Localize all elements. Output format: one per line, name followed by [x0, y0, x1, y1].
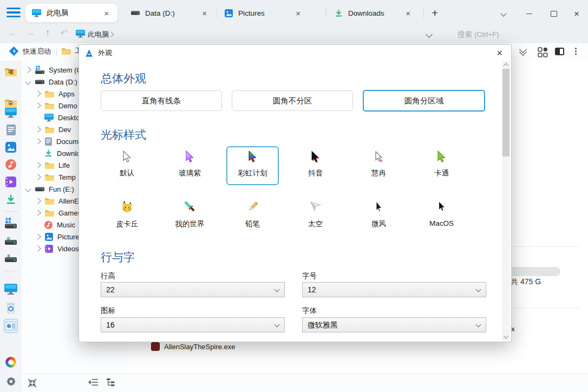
scroll-up-icon[interactable]	[504, 63, 509, 69]
new-tab-button[interactable]: +	[432, 6, 438, 19]
folder-icon	[45, 173, 54, 181]
tab-label: Data (D:)	[145, 9, 175, 17]
rail-drive-d-button[interactable]: D	[4, 234, 17, 247]
chevron-right-icon[interactable]	[35, 102, 41, 108]
rail-divider	[4, 271, 18, 271]
cursor-option-rainbow[interactable]: 彩虹计划	[226, 146, 279, 185]
cursor-option-glass-purple[interactable]: 玻璃紫	[164, 147, 216, 186]
file-row[interactable]: AllenSlayTheSpire.exe	[151, 342, 236, 351]
cursor-option-pikachu[interactable]: 皮卡丘	[101, 199, 153, 229]
cursor-option-pencil[interactable]: 铅笔	[226, 199, 279, 229]
tab-close-icon[interactable]: ×	[293, 8, 303, 18]
breadcrumb-chevron-icon[interactable]	[109, 32, 114, 37]
window-chevron-button[interactable]	[495, 8, 512, 19]
up-icon[interactable]: ↑	[41, 28, 54, 38]
chevron-right-icon[interactable]	[35, 233, 41, 239]
tab-downloads[interactable]: Downloads ×	[328, 3, 419, 23]
outdent-list-icon[interactable]	[88, 378, 99, 387]
window-minimize-button[interactable]	[521, 8, 537, 19]
cursor-option-tiktok[interactable]: 抖音	[289, 147, 342, 186]
style-button-rounded-zones[interactable]: 圆角分区域	[363, 90, 485, 112]
cursor-option-minecraft[interactable]: 我的世界	[164, 199, 216, 229]
double-chevron-down-icon[interactable]	[520, 47, 526, 55]
chevron-down-icon[interactable]	[25, 186, 31, 192]
tab-pictures[interactable]: Pictures ×	[218, 3, 309, 23]
dialog-close-button[interactable]: ×	[494, 48, 505, 59]
quick-launch-button[interactable]: 快速启动	[9, 46, 51, 56]
chevron-right-icon[interactable]	[35, 210, 41, 215]
appearance-dialog: 外观 × 总体外观 直角有线条 圆角不分区 圆角分区域 光标样式 默认 玻璃紫 …	[79, 44, 512, 342]
scrollbar-thumb[interactable]	[502, 69, 509, 156]
rail-theme-color-button[interactable]	[4, 356, 17, 369]
rail-downloads-button[interactable]	[4, 193, 17, 206]
rail-settings-button[interactable]	[4, 375, 17, 388]
downloads-icon	[44, 149, 53, 157]
tab-separator	[216, 9, 217, 18]
rail-control-panel-button[interactable]	[4, 319, 17, 332]
downloads-icon	[5, 194, 16, 205]
folder-icon	[62, 47, 71, 55]
scroll-down-icon[interactable]	[504, 334, 509, 339]
breeze-cursor-icon	[372, 200, 386, 214]
computer-icon	[76, 30, 85, 38]
rail-drive-e-button[interactable]: E	[4, 251, 17, 264]
cursor-option-cartoon[interactable]: 卡通	[415, 147, 468, 186]
rail-music-button[interactable]	[4, 158, 17, 171]
rail-videos-button[interactable]	[4, 175, 17, 188]
rail-system-drive-button[interactable]	[4, 217, 17, 230]
chevron-right-icon[interactable]	[35, 138, 41, 144]
control-panel-icon	[5, 322, 16, 330]
tab-close-icon[interactable]: ×	[102, 8, 111, 18]
cursor-option-space[interactable]: 太空	[289, 199, 342, 229]
layout-panel-icon[interactable]	[555, 48, 564, 55]
cursor-option-breeze[interactable]: 微风	[352, 199, 405, 229]
chevron-down-icon[interactable]	[25, 79, 31, 84]
cursor-option-huiran[interactable]: 慧冉	[352, 147, 405, 186]
pinned-folder-button[interactable]: 项	[4, 65, 17, 78]
style-button-square-lines[interactable]: 直角有线条	[101, 90, 222, 111]
chevron-right-icon[interactable]	[35, 162, 41, 168]
rail-pictures-button[interactable]	[4, 141, 17, 154]
chevron-right-icon[interactable]	[35, 90, 41, 96]
window-maximize-button[interactable]	[546, 8, 562, 19]
tree-view-icon[interactable]	[106, 378, 115, 387]
dialog-scrollbar[interactable]	[502, 61, 510, 341]
view-grid-icon[interactable]	[538, 47, 548, 57]
macos-cursor-icon	[435, 200, 449, 214]
undo-icon[interactable]: ↶	[57, 28, 70, 39]
cursor-option-macos[interactable]: MacOS	[415, 199, 468, 229]
chevron-right-icon[interactable]	[35, 126, 41, 132]
window-close-button[interactable]: ×	[569, 8, 585, 19]
font-size-select[interactable]: 12	[302, 282, 486, 297]
rainbow-cursor-icon	[246, 150, 260, 164]
rail-this-pc-button[interactable]	[4, 283, 17, 296]
cursor-option-default[interactable]: 默认	[101, 147, 153, 186]
chevron-right-icon[interactable]	[25, 67, 31, 73]
collapse-all-icon[interactable]	[27, 378, 37, 388]
style-button-rounded-no-zones[interactable]: 圆角不分区	[232, 90, 353, 111]
rail-divider	[4, 102, 18, 102]
address-chevron-down-icon[interactable]	[426, 31, 433, 38]
breadcrumb[interactable]: 此电脑	[88, 30, 109, 40]
tab-data-d[interactable]: Data (D:) ×	[125, 3, 215, 23]
rail-desktop-button[interactable]	[4, 106, 17, 119]
chevron-right-icon[interactable]	[35, 198, 41, 204]
font-family-select[interactable]: 微软雅黑	[302, 317, 486, 332]
chevron-right-icon[interactable]	[35, 245, 41, 251]
tab-close-icon[interactable]: ×	[200, 8, 209, 18]
line-height-select[interactable]: 22	[101, 282, 285, 297]
more-options-kebab-icon[interactable]	[575, 47, 577, 56]
tab-this-pc[interactable]: 此电脑 ×	[25, 3, 118, 23]
search-input[interactable]: 搜索 (Ctrl+F)	[458, 30, 499, 40]
tab-close-icon[interactable]: ×	[403, 8, 413, 18]
icon-size-select[interactable]: 16	[101, 317, 285, 332]
icon-size-label: 图标	[101, 306, 115, 316]
rail-documents-button[interactable]	[4, 123, 17, 136]
back-icon[interactable]: ←	[6, 28, 19, 38]
rail-recycle-bin-button[interactable]	[4, 301, 17, 314]
menu-icon[interactable]	[6, 8, 21, 18]
chevron-right-icon[interactable]	[35, 174, 41, 180]
documents-icon	[45, 138, 52, 146]
toolbar-separator	[56, 48, 57, 56]
forward-icon[interactable]: →	[24, 28, 37, 38]
